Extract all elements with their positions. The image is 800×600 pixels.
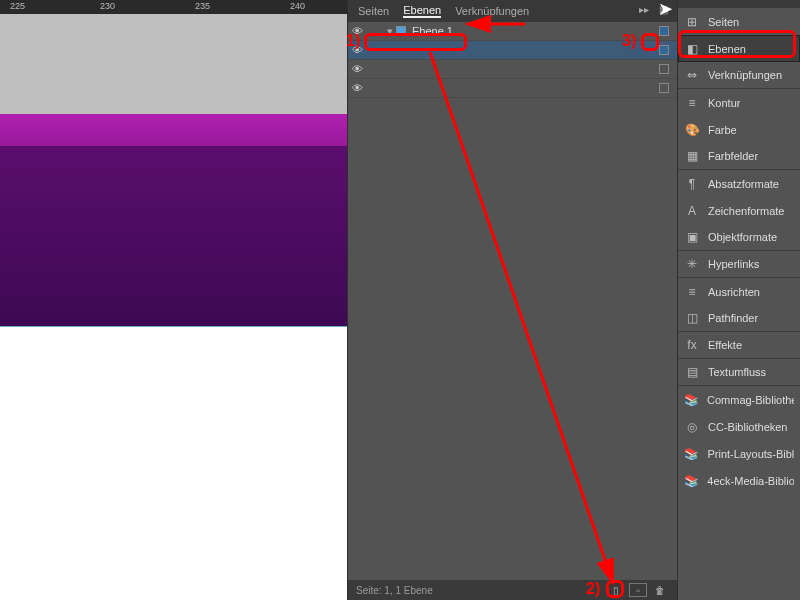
panel-icon: A xyxy=(684,203,700,219)
panel-label: Textumfluss xyxy=(708,366,766,378)
panel-icon: ▣ xyxy=(684,229,700,245)
footer-status: Seite: 1, 1 Ebene xyxy=(356,585,433,596)
panel-icon: ¶ xyxy=(684,176,700,192)
panel-icon: ◎ xyxy=(684,419,700,435)
panel-label: Seiten xyxy=(708,16,739,28)
panel-icon: ✳ xyxy=(684,256,700,272)
panel-label: Ebenen xyxy=(708,43,746,55)
layer-name[interactable]: Ebene 1 xyxy=(410,25,659,37)
panel-label: Effekte xyxy=(708,339,742,351)
selection-proxy[interactable] xyxy=(659,64,669,74)
panel-label: Zeichenformate xyxy=(708,205,784,217)
iconbar-item-cc-bibliotheken[interactable]: ◎CC-Bibliotheken xyxy=(678,413,800,440)
ruler-tick-label: 235 xyxy=(195,1,210,11)
iconbar-item-verkn-pfungen[interactable]: ⇔Verknüpfungen xyxy=(678,62,800,89)
panel-label: Hyperlinks xyxy=(708,258,759,270)
ruler-tick-label: 240 xyxy=(290,1,305,11)
disclosure-triangle-icon[interactable]: ▾ xyxy=(384,25,396,38)
selection-proxy[interactable] xyxy=(659,45,669,55)
layer-row[interactable]: 👁 xyxy=(348,79,677,98)
iconbar-item-farbe[interactable]: 🎨Farbe xyxy=(678,116,800,143)
tab-seiten[interactable]: Seiten xyxy=(358,5,389,17)
panel-label: Print-Layouts-Bibli xyxy=(708,448,795,460)
panel-label: Verknüpfungen xyxy=(708,69,782,81)
iconbar-item-print-layouts-bibli[interactable]: 📚Print-Layouts-Bibli xyxy=(678,440,800,467)
panel-icon: ▦ xyxy=(684,148,700,164)
canvas-shape-deeppurple[interactable] xyxy=(0,146,347,326)
panel-label: Farbfelder xyxy=(708,150,758,162)
iconbar-item-kontur[interactable]: ≡Kontur xyxy=(678,89,800,116)
panel-label: Farbe xyxy=(708,124,737,136)
panel-label: 4eck-Media-Bibliot xyxy=(707,475,794,487)
layer-color-swatch xyxy=(396,26,406,36)
panel-tabs: Seiten Ebenen Verknüpfungen ▸▸ ▤ xyxy=(348,0,677,22)
panel-icon: fx xyxy=(684,337,700,353)
tab-verknuepfungen[interactable]: Verknüpfungen xyxy=(455,5,529,17)
right-icon-bar: ⊞Seiten◧Ebenen⇔Verknüpfungen≡Kontur🎨Farb… xyxy=(677,0,800,600)
layer-rows: 👁▾Ebene 1👁👁👁 xyxy=(348,22,677,98)
iconbar-item-ebenen[interactable]: ◧Ebenen xyxy=(678,35,800,62)
panel-label: Commag-Bibliothek xyxy=(707,394,794,406)
delete-layer-button[interactable]: 🗑 xyxy=(651,583,669,597)
iconbar-item-objektformate[interactable]: ▣Objektformate xyxy=(678,224,800,251)
panel-label: Absatzformate xyxy=(708,178,779,190)
panel-icon: ⊞ xyxy=(684,14,700,30)
footer-button[interactable]: ▯ xyxy=(607,583,625,597)
ruler-tick-label: 225 xyxy=(10,1,25,11)
panel-label: Pathfinder xyxy=(708,312,758,324)
canvas-page-white[interactable] xyxy=(0,327,347,600)
horizontal-ruler: 225 230 235 240 xyxy=(0,0,347,14)
visibility-eye-icon[interactable]: 👁 xyxy=(348,63,366,75)
iconbar-item--eck-media-bibliot[interactable]: 📚4eck-Media-Bibliot xyxy=(678,467,800,494)
iconbar-item-hyperlinks[interactable]: ✳Hyperlinks xyxy=(678,251,800,278)
iconbar-item-zeichenformate[interactable]: AZeichenformate xyxy=(678,197,800,224)
panel-grip[interactable] xyxy=(678,0,800,8)
visibility-eye-icon[interactable]: 👁 xyxy=(348,82,366,94)
panel-label: Kontur xyxy=(708,97,740,109)
selection-proxy[interactable] xyxy=(659,83,669,93)
panel-icon: ≡ xyxy=(684,95,700,111)
tab-ebenen[interactable]: Ebenen xyxy=(403,4,441,18)
visibility-eye-icon[interactable]: 👁 xyxy=(348,44,366,56)
panel-label: CC-Bibliotheken xyxy=(708,421,787,433)
collapse-arrows-icon[interactable]: ▸▸ xyxy=(639,4,651,16)
panel-icon: ◧ xyxy=(684,41,700,57)
panel-label: Ausrichten xyxy=(708,286,760,298)
canvas-shape-purple[interactable] xyxy=(0,114,347,146)
panel-icon: ◫ xyxy=(684,310,700,326)
iconbar-item-seiten[interactable]: ⊞Seiten xyxy=(678,8,800,35)
iconbar-item-absatzformate[interactable]: ¶Absatzformate xyxy=(678,170,800,197)
ruler-tick-label: 230 xyxy=(100,1,115,11)
layer-row[interactable]: 👁▾Ebene 1 xyxy=(348,22,677,41)
iconbar-item-farbfelder[interactable]: ▦Farbfelder xyxy=(678,143,800,170)
iconbar-item-textumfluss[interactable]: ▤Textumfluss xyxy=(678,359,800,386)
selection-proxy[interactable] xyxy=(659,26,669,36)
layer-row[interactable]: 👁 xyxy=(348,41,677,60)
layers-panel: Seiten Ebenen Verknüpfungen ▸▸ ▤ 👁▾Ebene… xyxy=(347,0,677,600)
panel-icon: ≡ xyxy=(684,284,700,300)
panel-menu-icon[interactable]: ▤ xyxy=(659,4,671,16)
new-layer-button[interactable]: ▫ xyxy=(629,583,647,597)
layer-row[interactable]: 👁 xyxy=(348,60,677,79)
panel-icon: 📚 xyxy=(684,446,700,462)
panel-icon: 📚 xyxy=(684,392,699,408)
visibility-eye-icon[interactable]: 👁 xyxy=(348,25,366,37)
panel-icon: 📚 xyxy=(684,473,699,489)
panel-icon: ⇔ xyxy=(684,67,700,83)
layers-panel-footer: Seite: 1, 1 Ebene ▯ ▫ 🗑 xyxy=(348,580,677,600)
iconbar-item-ausrichten[interactable]: ≡Ausrichten xyxy=(678,278,800,305)
iconbar-item-commag-bibliothek[interactable]: 📚Commag-Bibliothek xyxy=(678,386,800,413)
panel-icon: 🎨 xyxy=(684,122,700,138)
panel-icon: ▤ xyxy=(684,364,700,380)
document-canvas[interactable]: 225 230 235 240 xyxy=(0,0,347,600)
iconbar-item-pathfinder[interactable]: ◫Pathfinder xyxy=(678,305,800,332)
panel-label: Objektformate xyxy=(708,231,777,243)
iconbar-item-effekte[interactable]: fxEffekte xyxy=(678,332,800,359)
